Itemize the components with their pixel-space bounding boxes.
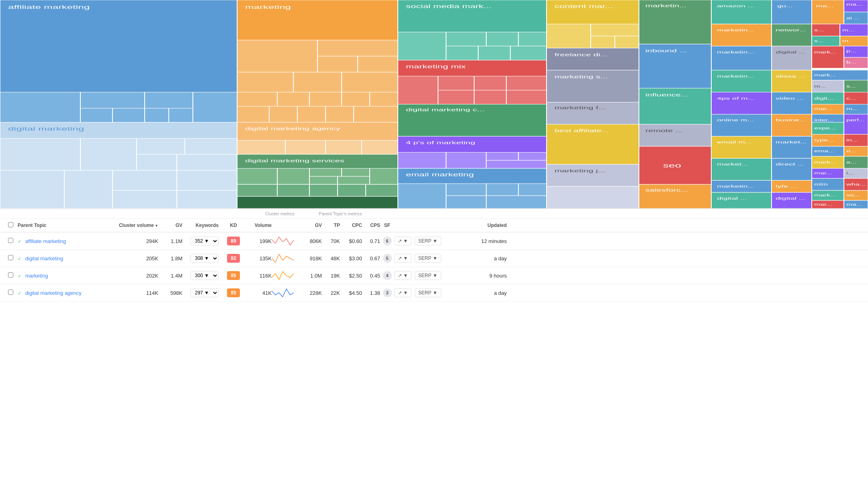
row-checkbox[interactable]	[8, 272, 18, 279]
sf-badge: 5	[383, 254, 392, 263]
row-actions[interactable]: ↗ ▼ SERP ▼	[394, 271, 467, 280]
svg-text:freelance di...: freelance di...	[555, 52, 608, 57]
row-sf: 5	[380, 254, 394, 263]
row-sf: 3	[380, 288, 394, 297]
svg-rect-9	[193, 92, 237, 123]
svg-rect-5	[80, 108, 113, 122]
svg-rect-57	[370, 168, 398, 184]
svg-text:s...: s...	[846, 84, 856, 88]
treemap: affiliate marketing digital marketing ma…	[0, 0, 868, 209]
check-icon: ✓	[18, 239, 21, 244]
svg-text:digital marketing c...: digital marketing c...	[406, 107, 485, 112]
kd-badge: 85	[227, 271, 240, 280]
row-cluster-volume: 205K	[106, 255, 158, 261]
svg-rect-36	[342, 92, 370, 106]
svg-rect-96	[486, 184, 518, 196]
table-header: Parent Topic Cluster volume GV Keywords …	[0, 219, 868, 233]
serp-button[interactable]: SERP ▼	[415, 288, 441, 297]
topic-link[interactable]: digital marketing agency	[25, 290, 82, 296]
svg-text:inter...: inter...	[814, 118, 834, 122]
svg-text:digital marketing agency: digital marketing agency	[245, 126, 340, 131]
row-cpc: $2.50	[340, 273, 362, 279]
row-actions[interactable]: ↗ ▼ SERP ▼	[394, 288, 467, 297]
row-keywords[interactable]: 300 ▼	[182, 271, 219, 280]
svg-rect-106	[547, 48, 639, 70]
kd-badge: 92	[227, 254, 240, 263]
svg-rect-55	[309, 176, 338, 184]
svg-rect-227	[772, 192, 812, 208]
svg-rect-116	[547, 186, 639, 208]
row-gv: 1.1M	[158, 238, 182, 244]
svg-text:marketing j...: marketing j...	[555, 168, 605, 174]
svg-text:perf...: perf...	[846, 118, 865, 122]
svg-text:m...: m...	[842, 28, 854, 32]
serp-button[interactable]: SERP ▼	[415, 254, 441, 263]
svg-text:ma...: ma...	[816, 4, 833, 8]
select-all-checkbox[interactable]	[8, 222, 18, 229]
svg-text:mark...: mark...	[814, 193, 836, 197]
header-volume: Volume	[244, 223, 272, 228]
svg-rect-32	[342, 72, 398, 92]
svg-rect-34	[277, 92, 309, 106]
svg-text:email marketing: email marketing	[406, 172, 474, 177]
row-updated: 12 minutes	[467, 238, 507, 244]
svg-rect-45	[237, 140, 285, 154]
row-keywords[interactable]: 297 ▼	[182, 288, 219, 297]
svg-rect-70	[518, 32, 547, 46]
svg-rect-53	[309, 168, 342, 176]
data-table: Cluster metrics Parent Topic's metrics P…	[0, 209, 868, 310]
row-gv2: 806K	[296, 238, 322, 244]
svg-rect-102	[547, 24, 591, 48]
row-sparkline	[272, 237, 296, 245]
row-actions[interactable]: ↗ ▼ SERP ▼	[394, 254, 467, 263]
row-sparkline	[272, 288, 296, 297]
svg-rect-67	[398, 32, 446, 60]
row-keywords[interactable]: 308 ▼	[182, 254, 219, 263]
topic-link[interactable]: affiliate marketing	[25, 238, 66, 244]
svg-rect-21	[177, 170, 237, 190]
serp-button[interactable]: SERP ▼	[415, 237, 441, 245]
svg-rect-12	[0, 138, 80, 170]
header-updated: Updated	[467, 223, 507, 228]
row-volume: 41K	[244, 290, 272, 296]
svg-rect-47	[326, 140, 362, 154]
svg-rect-56	[338, 176, 370, 184]
check-icon: ✓	[18, 274, 21, 278]
row-checkbox[interactable]	[8, 255, 18, 261]
serp-button[interactable]: SERP ▼	[415, 271, 441, 280]
trend-button[interactable]: ↗ ▼	[394, 254, 411, 263]
svg-text:marketin...: marketin...	[717, 74, 754, 78]
svg-rect-18	[0, 170, 64, 208]
svg-rect-225	[711, 192, 772, 208]
svg-rect-19	[64, 170, 113, 208]
svg-rect-62	[338, 184, 366, 196]
cluster-metrics-label: Cluster metrics	[265, 211, 295, 216]
svg-text:marketing f...: marketing f...	[555, 105, 606, 110]
trend-button[interactable]: ↗ ▼	[394, 237, 411, 245]
row-checkbox[interactable]	[8, 290, 18, 296]
svg-rect-155	[812, 46, 844, 68]
topic-link[interactable]: digital marketing	[25, 255, 63, 261]
trend-button[interactable]: ↗ ▼	[394, 271, 411, 280]
trend-button[interactable]: ↗ ▼	[394, 288, 411, 297]
row-checkbox[interactable]	[8, 238, 18, 244]
table-row: ✓ affiliate marketing 294K 1.1M 352 ▼ 89…	[0, 233, 868, 250]
svg-rect-8	[169, 108, 193, 122]
row-topic: ✓ affiliate marketing	[18, 238, 106, 244]
row-actions[interactable]: ↗ ▼ SERP ▼	[394, 237, 467, 245]
svg-text:mark...: mark...	[814, 73, 836, 77]
svg-rect-17	[177, 154, 237, 170]
row-kd: 85	[223, 271, 244, 280]
header-cluster-volume[interactable]: Cluster volume	[106, 223, 158, 228]
topic-link[interactable]: marketing	[25, 273, 48, 279]
svg-rect-99	[486, 196, 547, 208]
svg-rect-79	[506, 76, 547, 90]
svg-rect-27	[317, 40, 398, 56]
svg-text:inbound ...: inbound ...	[645, 48, 687, 53]
row-keywords[interactable]: 352 ▼	[182, 237, 219, 245]
svg-text:ma...: ma...	[846, 2, 862, 6]
svg-rect-90	[518, 152, 547, 160]
row-updated: a day	[467, 290, 507, 296]
sf-badge: 3	[383, 288, 392, 297]
svg-text:type...: type...	[814, 138, 834, 142]
